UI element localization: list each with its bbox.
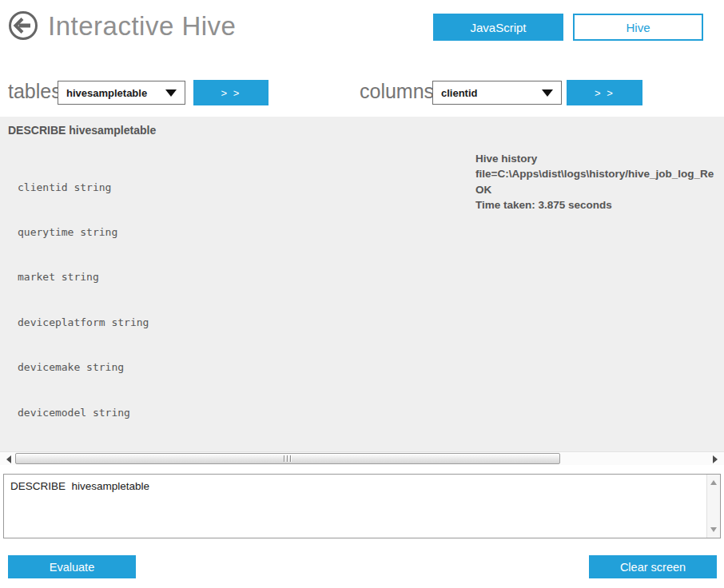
- mode-button-hive[interactable]: Hive: [573, 14, 703, 41]
- query-output-panel: DESCRIBE hivesampletable clientid string…: [0, 117, 724, 451]
- caret-down-icon: [165, 89, 177, 97]
- back-button[interactable]: [8, 10, 38, 41]
- schema-line: devicemodel string: [18, 406, 186, 421]
- scroll-up-arrow-icon[interactable]: [710, 480, 717, 485]
- hive-history-block: Hive history file=C:\Apps\dist\logs\hist…: [475, 151, 714, 213]
- hive-history-title: Hive history: [475, 151, 714, 166]
- tables-insert-button[interactable]: > >: [193, 80, 269, 105]
- scrollbar-grip-icon: [284, 455, 292, 462]
- query-editor-container: DESCRIBE hivesampletable: [3, 474, 721, 538]
- interactive-hive-console: Interactive Hive JavaScript Hive tables …: [0, 0, 724, 588]
- page-title: Interactive Hive: [48, 11, 236, 42]
- vertical-scrollbar[interactable]: [706, 475, 720, 538]
- columns-dropdown-value: clientid: [441, 87, 537, 99]
- schema-line: devicemake string: [18, 360, 186, 375]
- tables-label: tables: [8, 80, 62, 103]
- schema-line: market string: [18, 270, 186, 285]
- clear-screen-button[interactable]: Clear screen: [589, 555, 717, 578]
- horizontal-scrollbar-thumb[interactable]: [15, 453, 560, 464]
- query-editor-input[interactable]: DESCRIBE hivesampletable: [4, 475, 707, 538]
- evaluate-button[interactable]: Evaluate: [8, 555, 136, 578]
- scroll-left-arrow-icon[interactable]: [6, 455, 11, 463]
- columns-dropdown[interactable]: clientid: [432, 81, 562, 105]
- hive-history-time: Time taken: 3.875 seconds: [475, 197, 714, 213]
- caret-down-icon: [542, 89, 553, 97]
- tables-dropdown-value: hivesampletable: [66, 87, 161, 99]
- hive-history-status: OK: [475, 182, 714, 197]
- hive-history-file: file=C:\Apps\dist\logs\history/hive_job_…: [475, 166, 714, 181]
- scroll-right-arrow-icon[interactable]: [713, 455, 718, 463]
- columns-insert-button[interactable]: > >: [567, 80, 642, 105]
- schema-line: clientid string: [18, 181, 186, 196]
- output-command-header: DESCRIBE hivesampletable: [8, 124, 156, 137]
- horizontal-scrollbar[interactable]: [0, 451, 724, 465]
- schema-line: deviceplatform string: [18, 316, 186, 331]
- scroll-down-arrow-icon[interactable]: [710, 527, 717, 532]
- mode-button-javascript[interactable]: JavaScript: [433, 14, 563, 41]
- schema-result-list: clientid string querytime string market …: [18, 150, 186, 451]
- tables-dropdown[interactable]: hivesampletable: [58, 81, 185, 105]
- back-arrow-icon: [8, 10, 38, 41]
- schema-line: querytime string: [18, 225, 186, 240]
- columns-label: columns: [360, 80, 434, 103]
